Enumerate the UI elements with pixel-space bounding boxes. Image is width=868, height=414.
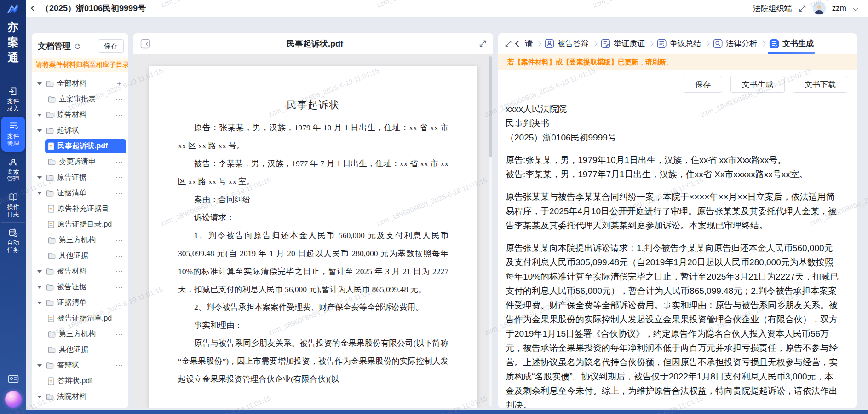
tree-row[interactable]: 原告补充证据目: [34, 201, 126, 216]
tabs-scroll-left-icon[interactable]: [515, 40, 522, 47]
user-avatar[interactable]: [813, 2, 826, 15]
judgment-paragraph: [506, 233, 841, 241]
tab-evidence-examination[interactable]: 举证质证: [601, 33, 645, 54]
tree-row[interactable]: 变更诉请申 ⋯: [34, 154, 126, 169]
back-chevron-icon[interactable]: [31, 5, 37, 12]
org-role-label: 法院组织端: [753, 3, 792, 14]
sidebar-item-auto-task[interactable]: 自动任务: [1, 222, 25, 258]
sidebar-item-case-entry[interactable]: 案件录入: [1, 82, 25, 117]
tree-row[interactable]: 原告证据 ⋯: [34, 169, 126, 185]
judgment-paragraph: （2025）浙0106民初9999号: [506, 130, 841, 145]
tree-row[interactable]: 其他证据 ⋯: [34, 342, 126, 357]
pdf-scrollbar[interactable]: [489, 56, 492, 406]
row-action-icon[interactable]: ⋯: [115, 330, 124, 338]
pdf-paragraph: 事实和理由：: [178, 316, 448, 334]
tree-row[interactable]: 原告证据目录.pd: [34, 216, 126, 232]
fullscreen-expand-icon[interactable]: [799, 5, 806, 12]
tab-dispute-summary[interactable]: 争议总结: [657, 33, 701, 54]
tree-row[interactable]: 其他证据 ⋯: [34, 248, 126, 263]
collapse-panel-icon[interactable]: [140, 38, 151, 49]
file-icon-selected: [48, 142, 54, 150]
doc-generate-icon: [769, 39, 779, 49]
topbar: （2025）浙0106民初9999号 法院组织端 zzm: [26, 0, 868, 17]
tree-row[interactable]: 原告材料 ⋯: [34, 107, 126, 122]
chevron-right-icon: [592, 41, 597, 46]
tree-row[interactable]: 证据清单 ⋯: [34, 185, 126, 201]
file-icon: [48, 315, 54, 322]
row-action-icon[interactable]: ⋯: [115, 267, 124, 276]
caret-down-icon[interactable]: [37, 176, 43, 179]
sidebar-item-operation-log[interactable]: 操作日志: [1, 187, 25, 222]
tree-row[interactable]: 民事起诉状.pdf: [34, 138, 126, 154]
caret-down-icon[interactable]: [37, 192, 43, 194]
row-action-icon[interactable]: ⋯: [115, 111, 124, 119]
chevron-right-icon: [704, 41, 709, 46]
legal-analysis-icon: [713, 39, 723, 48]
folder-icon: [48, 252, 56, 259]
row-action-icon[interactable]: ⋯: [115, 361, 124, 370]
tree-row[interactable]: 被告证据 ⋯: [34, 279, 126, 295]
generate-document-button[interactable]: 文书生成: [730, 76, 785, 93]
tree-row[interactable]: 第三方机构 ⋯: [34, 326, 126, 342]
tree-row[interactable]: 被告证据清单.pd: [34, 310, 126, 326]
row-action-icon[interactable]: ＋: [115, 79, 124, 88]
chevron-down-icon[interactable]: [853, 5, 859, 11]
tree-row[interactable]: 法院材料: [34, 389, 126, 404]
expand-gen-panel-icon[interactable]: [505, 40, 512, 47]
refresh-icon[interactable]: [74, 43, 81, 50]
save-document-button[interactable]: 保存: [684, 76, 722, 93]
pdf-paragraph: 原告与被告系同乡朋友关系。被告投资的金果果股份有限公司(以下简称“金果果股份”)…: [178, 334, 448, 388]
row-action-icon[interactable]: ⋯: [115, 236, 124, 245]
sidebar-item-element-management[interactable]: 要素管理: [1, 152, 25, 187]
row-action-icon[interactable]: ⋯: [115, 298, 124, 307]
tab-defendant-reply[interactable]: 被告答辩: [545, 33, 589, 54]
tree-row[interactable]: 全部材料 ＋: [34, 76, 126, 91]
caret-down-icon[interactable]: [37, 364, 43, 367]
card-icon[interactable]: [8, 374, 19, 384]
tree-row[interactable]: 立案审批表 ⋯: [34, 91, 126, 107]
tab-label: 文书生成: [782, 38, 814, 49]
tree-row[interactable]: 第三方机构 ⋯: [34, 232, 126, 248]
username-label: zzm: [832, 4, 846, 13]
row-action-icon[interactable]: ⋯: [115, 95, 124, 104]
pdf-paragraph: 诉讼请求：: [178, 209, 448, 227]
sidebar-item-case-management[interactable]: 案件管理: [1, 117, 25, 152]
pdf-paragraph: 被告：李某某，男，汉族，1977 年 7 月 1 日出生，住址：xx 省 xx …: [178, 155, 448, 191]
row-action-icon[interactable]: ⋯: [115, 157, 124, 166]
row-action-icon[interactable]: ⋯: [115, 345, 124, 354]
row-action-icon[interactable]: ⋯: [115, 173, 124, 182]
row-action-icon[interactable]: ⋯: [115, 283, 124, 292]
caret-down-icon[interactable]: [37, 113, 43, 116]
sidebar-item-label: 要素管理: [6, 168, 20, 183]
element-management-icon: [8, 157, 18, 167]
row-action-icon[interactable]: ⋯: [115, 251, 124, 260]
caret-down-icon[interactable]: [37, 301, 43, 304]
pdf-filename-title: 民事起诉状.pdf: [151, 38, 479, 49]
caret-down-icon[interactable]: [37, 129, 43, 132]
save-button[interactable]: 保存: [98, 39, 124, 53]
tree-row[interactable]: 答辩状.pdf: [34, 373, 126, 389]
folder-icon: [46, 362, 54, 369]
tab-claims-partial[interactable]: 请: [525, 33, 533, 54]
row-action-icon[interactable]: ⋯: [115, 189, 124, 198]
app-window: 亦案通 案件录入 案件管理: [0, 0, 868, 414]
tree-row[interactable]: 答辩状 ⋯: [34, 357, 126, 373]
expand-pdf-icon[interactable]: [479, 40, 487, 47]
auto-task-icon: [8, 227, 18, 238]
tree-row[interactable]: 证据清单 ⋯: [34, 295, 126, 310]
tree-row[interactable]: 起诉状: [34, 122, 126, 138]
file-icon: [48, 377, 54, 385]
tree-row[interactable]: 被告材料 ⋯: [34, 263, 126, 279]
tab-legal-analysis[interactable]: 法律分析: [713, 33, 757, 54]
pdf-viewer-area: 民事起诉状 原告：张某某，男，汉族，1979 年 10 月 1 日出生，住址：x…: [133, 54, 493, 408]
pdf-scrollbar-thumb[interactable]: [489, 56, 492, 157]
caret-down-icon[interactable]: [37, 286, 43, 288]
caret-down-icon[interactable]: [37, 270, 43, 273]
download-document-button[interactable]: 文书下载: [793, 76, 847, 93]
file-tree: 全部材料 ＋: [32, 72, 128, 408]
ai-assistant-orb[interactable]: [5, 391, 22, 408]
tab-document-generation[interactable]: 文书生成: [769, 33, 814, 54]
tab-label: 争议总结: [670, 38, 701, 49]
caret-down-icon[interactable]: [37, 82, 43, 85]
caret-down-icon[interactable]: [37, 395, 43, 398]
